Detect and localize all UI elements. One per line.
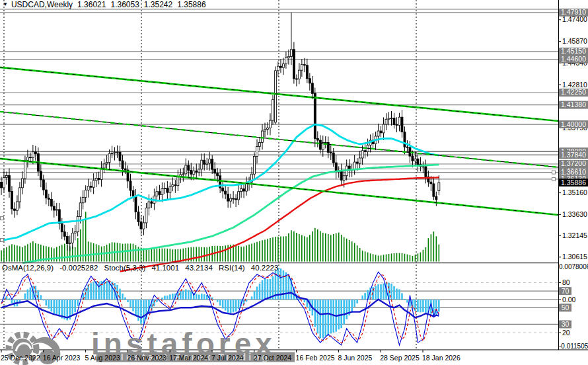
time-axis-label: 5 Aug 2023 — [85, 354, 120, 362]
osma-min-label: -0.011505 — [559, 343, 588, 350]
price-level-label: 1.41380 — [561, 101, 586, 108]
osma-zero-label: 0.00 — [562, 296, 576, 304]
price-scale-label: 1.32145 — [562, 231, 587, 239]
price-scale-label: 1.30615 — [562, 253, 587, 261]
stoch-level-label: 70 — [562, 287, 570, 295]
time-axis-label: 7 Jul 2024 — [211, 354, 244, 362]
chart-window: instaforexInstant Forex Trading25 Dec 20… — [0, 0, 588, 365]
time-axis-label: 25 Dec 2022 — [1, 354, 40, 362]
ohlc-high-value: 1.36053 — [110, 0, 139, 9]
ohlc-low-value: 1.35242 — [144, 0, 172, 9]
chart-title-bar: ▼ USDCAD,Weekly 1.36021 1.36053 1.35242 … — [3, 0, 211, 9]
stoch-main-value: 41.1001 — [151, 264, 179, 272]
price-level-label: 1.45150 — [561, 47, 586, 55]
time-axis-label: 27 Oct 2024 — [254, 354, 291, 362]
rsi-label: RSI(14) — [219, 264, 245, 272]
ohlc-open-value: 1.36021 — [77, 0, 106, 9]
osma-value: -0.0025282 — [59, 264, 98, 272]
stoch-level-label: 50 — [562, 304, 570, 311]
osma-max-label: 0.0078006 — [559, 263, 588, 270]
time-axis-label: 16 Feb 2025 — [296, 354, 335, 362]
osma-label: OsMA(12,26,9) — [2, 264, 54, 272]
candle-series — [1, 13, 440, 251]
indicator-header: OsMA(12,26,9) -0.0025282 Stoch(5,3,3) 41… — [2, 264, 282, 272]
stoch-level-label: 30 — [562, 320, 570, 328]
ohlc-close-value: 1.35886 — [177, 0, 205, 9]
time-axis-label: 17 Mar 2024 — [169, 354, 208, 362]
time-axis-label: 26 Nov 2023 — [127, 354, 166, 362]
price-level-label: 1.37840 — [561, 151, 586, 159]
chart-canvas[interactable]: instaforexInstant Forex Trading25 Dec 20… — [0, 0, 588, 365]
stoch-signal-value: 43.2134 — [185, 264, 213, 272]
price-level-label: 1.44600 — [561, 55, 586, 63]
price-level-label: 1.37200 — [561, 159, 586, 167]
time-axis-label: 18 Jan 2026 — [422, 354, 460, 362]
stoch-scale-label: 80 — [562, 278, 570, 286]
price-scale-label: 1.35160 — [562, 188, 587, 196]
price-level-label: 1.42250 — [561, 88, 586, 96]
price-level-label: 1.47910 — [561, 8, 586, 16]
chart-marker-icon: ▼ — [3, 1, 8, 7]
rsi-value: 40.2223 — [251, 264, 279, 272]
symbol-period-label: USDCAD,Weekly — [11, 0, 73, 9]
price-level-label: 1.40000 — [561, 120, 586, 128]
time-axis-label: 8 Jun 2025 — [338, 354, 372, 362]
time-axis-label: 16 Apr 2023 — [43, 354, 81, 362]
current-price-label: 1.35886 — [561, 179, 586, 186]
price-scale-label: 1.42810 — [562, 81, 587, 89]
price-scale-label: 1.45870 — [562, 37, 587, 45]
stoch-label: Stoch(5,3,3) — [104, 264, 146, 272]
price-scale-label: 1.33630 — [562, 210, 587, 218]
price-scale-label: 1.47400 — [562, 15, 587, 23]
time-axis-label: 28 Sep 2025 — [380, 354, 420, 362]
stoch-scale-label: 20 — [562, 329, 570, 337]
